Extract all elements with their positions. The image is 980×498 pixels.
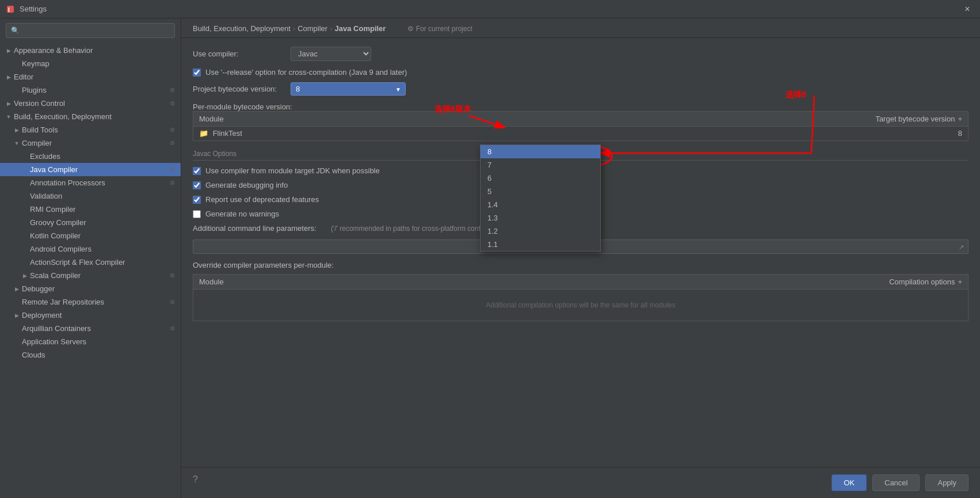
- sidebar-item-debugger[interactable]: ▶ Debugger: [0, 282, 181, 295]
- override-module-col: Module: [193, 275, 581, 289]
- module-table-header: Module Target bytecode version +: [193, 112, 968, 127]
- sidebar-item-scala[interactable]: ▶ Scala Compiler ⚙: [0, 269, 181, 282]
- sidebar-item-label: Deployment: [22, 311, 176, 320]
- sidebar-item-version-control[interactable]: ▶ Version Control ⚙: [0, 97, 181, 110]
- add-module-button[interactable]: +: [958, 115, 962, 123]
- sidebar-item-label: ActionScript & Flex Compiler: [30, 258, 176, 267]
- sidebar-item-keymap[interactable]: Keymap: [0, 57, 181, 70]
- cross-compile-row: Use '--release' option for cross-compila…: [193, 68, 968, 77]
- sidebar-item-label: Remote Jar Repositories: [22, 298, 168, 306]
- expand-arrow-keymap: [13, 60, 21, 68]
- settings-icon-ann: ⚙: [168, 179, 176, 187]
- sidebar-item-arquillian[interactable]: Arquillian Containers ⚙: [0, 322, 181, 335]
- cancel-button[interactable]: Cancel: [872, 474, 920, 491]
- ok-button[interactable]: OK: [832, 474, 867, 491]
- settings-icon-arq: ⚙: [168, 325, 176, 333]
- search-input[interactable]: [22, 26, 170, 35]
- dropdown-item-8[interactable]: 8: [481, 145, 600, 158]
- sidebar-item-kotlin[interactable]: Kotlin Compiler: [0, 229, 181, 242]
- add-override-button[interactable]: +: [958, 277, 962, 286]
- sidebar-item-label: Keymap: [22, 59, 176, 68]
- content-body: Use compiler: Javac Eclipse Ajc Use '--r…: [181, 38, 980, 467]
- expand-arrow-annotation: [21, 179, 29, 187]
- sidebar-item-validation[interactable]: Validation: [0, 189, 181, 203]
- project-bytecode-label: Project bytecode version:: [193, 85, 285, 93]
- sidebar-item-label: Build, Execution, Deployment: [14, 112, 176, 121]
- expand-arrow-java-compiler: [21, 166, 29, 174]
- expand-arrow-compiler: ▼: [13, 139, 21, 147]
- dropdown-item-5[interactable]: 5: [481, 185, 600, 198]
- version-select-wrapper: 8 7 6 5 1.4 1.3 1.2 1.1 ▼: [291, 82, 406, 96]
- sidebar-item-editor[interactable]: ▶ Editor: [0, 70, 181, 83]
- sidebar-item-label: Scala Compiler: [30, 271, 168, 280]
- cross-compile-checkbox[interactable]: [193, 69, 201, 77]
- javac-label-1: Generate debugging info: [205, 181, 288, 189]
- apply-button[interactable]: Apply: [925, 474, 968, 491]
- javac-checkbox-1[interactable]: [193, 181, 201, 189]
- sidebar-item-plugins[interactable]: Plugins ⚙: [0, 83, 181, 97]
- content-header: Build, Execution, Deployment › Compiler …: [181, 18, 980, 38]
- close-button[interactable]: ×: [960, 2, 974, 16]
- javac-label-2: Report use of deprecated features: [205, 195, 319, 204]
- sidebar-item-groovy[interactable]: Groovy Compiler: [0, 216, 181, 229]
- search-box[interactable]: 🔍: [6, 23, 175, 38]
- dropdown-item-12[interactable]: 1.2: [481, 225, 600, 238]
- table-row-flinktest: 📁 FlinkTest 8: [193, 127, 968, 140]
- sidebar-item-annotation[interactable]: Annotation Processors ⚙: [0, 176, 181, 189]
- svg-text:I: I: [8, 7, 10, 13]
- javac-checkbox-0[interactable]: [193, 167, 201, 175]
- sidebar-item-application-servers[interactable]: Application Servers: [0, 335, 181, 348]
- sidebar-item-excludes[interactable]: Excludes: [0, 150, 181, 163]
- settings-icon-jc: ⚙: [168, 166, 176, 174]
- sidebar-item-appearance[interactable]: ▶ Appearance & Behavior: [0, 44, 181, 57]
- dropdown-item-14[interactable]: 1.4: [481, 198, 600, 211]
- cross-compile-label: Use '--release' option for cross-compila…: [205, 68, 407, 77]
- sidebar-item-label: RMI Compiler: [30, 205, 176, 214]
- use-compiler-row: Use compiler: Javac Eclipse Ajc: [193, 47, 968, 61]
- for-current-project: ⚙ For current project: [407, 25, 472, 33]
- version-dropdown-popup[interactable]: 8 7 6 5 1.4 1.3 1.2 1.1: [480, 145, 601, 252]
- breadcrumb: Build, Execution, Deployment › Compiler …: [193, 24, 386, 33]
- sidebar-item-java-compiler[interactable]: Java Compiler ⚙: [0, 163, 181, 176]
- breadcrumb-part-1: Build, Execution, Deployment: [193, 24, 291, 33]
- expand-arrow-clouds: [13, 351, 21, 359]
- sidebar-item-compiler[interactable]: ▼ Compiler ⚙: [0, 136, 181, 150]
- sidebar-item-clouds[interactable]: Clouds: [0, 348, 181, 362]
- sidebar-item-label: Excludes: [30, 152, 176, 161]
- sidebar-item-label: Validation: [30, 192, 176, 200]
- sidebar-item-build-execution[interactable]: ▼ Build, Execution, Deployment: [0, 110, 181, 123]
- sidebar-item-android[interactable]: Android Compilers: [0, 242, 181, 256]
- project-bytecode-row: Project bytecode version: 8 7 6 5 1.4 1.…: [193, 82, 968, 96]
- override-compilation-col: Compilation options +: [581, 275, 968, 289]
- dropdown-item-13[interactable]: 1.3: [481, 211, 600, 225]
- content-area: Build, Execution, Deployment › Compiler …: [181, 18, 980, 498]
- sidebar-item-build-tools[interactable]: ▶ Build Tools ⚙: [0, 123, 181, 136]
- override-table: Module Compilation options + Additional …: [193, 274, 968, 321]
- compiler-select[interactable]: Javac Eclipse Ajc: [291, 47, 371, 61]
- expand-arrow-scala: ▶: [21, 272, 29, 280]
- sidebar-item-label: Appearance & Behavior: [14, 46, 176, 55]
- settings-icon: ⚙: [168, 86, 176, 94]
- override-label: Override compiler parameters per-module:: [193, 261, 968, 269]
- sidebar-item-label: Kotlin Compiler: [30, 231, 176, 240]
- sidebar-item-deployment[interactable]: ▶ Deployment: [0, 309, 181, 322]
- bottom-bar: ? OK Cancel Apply: [181, 467, 980, 498]
- sidebar-item-remote-jar[interactable]: Remote Jar Repositories ⚙: [0, 295, 181, 309]
- expand-arrow-validation: [21, 192, 29, 200]
- javac-checkbox-3[interactable]: [193, 210, 201, 218]
- expand-arrow-rjar: [13, 298, 21, 306]
- target-col-header: Target bytecode version +: [581, 112, 968, 126]
- dropdown-item-11[interactable]: 1.1: [481, 238, 600, 251]
- sidebar-item-actionscript[interactable]: ActionScript & Flex Compiler: [0, 256, 181, 269]
- dropdown-item-7[interactable]: 7: [481, 158, 600, 172]
- javac-label-3: Generate no warnings: [205, 210, 279, 218]
- javac-checkbox-2[interactable]: [193, 196, 201, 204]
- help-button[interactable]: ?: [193, 474, 198, 491]
- dropdown-item-6[interactable]: 6: [481, 172, 600, 185]
- sidebar-item-rmi[interactable]: RMI Compiler: [0, 203, 181, 216]
- expand-arrow-android: [21, 245, 29, 253]
- sidebar-item-label: Plugins: [22, 86, 168, 94]
- version-select[interactable]: 8 7 6 5 1.4 1.3 1.2 1.1: [291, 82, 406, 96]
- sidebar-item-label: Debugger: [22, 284, 176, 293]
- settings-icon-scala: ⚙: [168, 272, 176, 280]
